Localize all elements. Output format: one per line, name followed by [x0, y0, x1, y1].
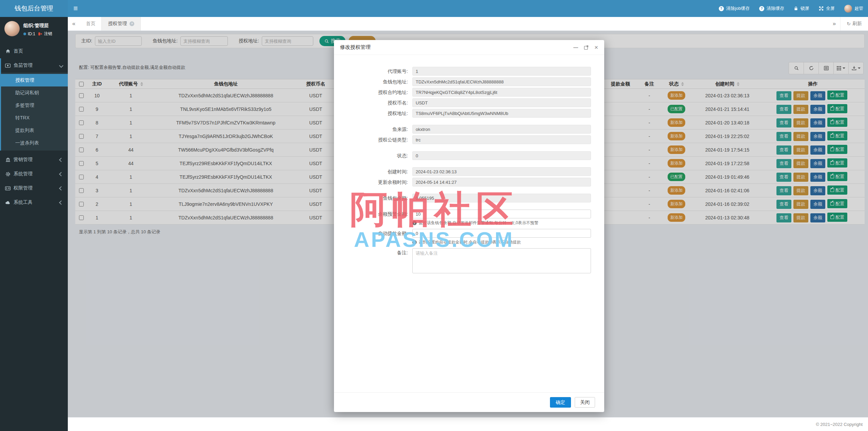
modal-footer: 确定 关闭: [334, 392, 604, 412]
field-label: 授权地址:: [334, 109, 412, 118]
info-icon: i: [412, 240, 417, 244]
fish-source-field: [412, 125, 591, 134]
user-id: ID:1: [28, 32, 35, 36]
remark-field[interactable]: [412, 248, 591, 273]
sidebar-tree-fish: 鱼苗管理 授权管理 助记词私钥 多签管理 转TRX 提款列表 一波杀列表: [0, 58, 68, 151]
auto-withdraw-amount-field[interactable]: [412, 229, 591, 238]
modal-field-row: 创建时间:: [334, 167, 604, 176]
question-circle-icon: ?: [759, 6, 764, 11]
sidebar-item-auth-management[interactable]: 授权管理: [1, 74, 68, 86]
top-navbar: 钱包后台管理 ≡ ? 清除job缓存 ? 清除缓存 锁屏 全屏: [0, 0, 868, 17]
field-label: 更新余额时间:: [334, 178, 412, 187]
status-field: [412, 151, 591, 160]
field-label: 鱼钱包余额:: [334, 194, 412, 202]
field-label: 创建时间:: [334, 167, 412, 176]
close-button[interactable]: 关闭: [575, 397, 595, 408]
user-menu[interactable]: 超管: [840, 0, 868, 17]
status-dot-icon: [23, 33, 26, 35]
field-label: 状态:: [334, 151, 412, 160]
fish-wallet-balance-field: [412, 194, 591, 202]
refresh-page-button[interactable]: ↻ 刷新: [840, 17, 868, 31]
field-label: 自动提款金额:: [334, 229, 412, 238]
agent-account-field: [412, 67, 591, 76]
maximize-icon[interactable]: [584, 45, 589, 50]
tab-home[interactable]: 首页: [80, 17, 101, 31]
money-icon: [5, 63, 11, 68]
field-label: 鱼钱包地址:: [334, 77, 412, 86]
chevron-down-icon: [59, 63, 63, 68]
user-org: 组织:管理层: [23, 23, 52, 29]
modal-field-row: 状态:: [334, 151, 604, 160]
fish-wallet-address-field: [412, 77, 591, 86]
sidebar-item-marketing[interactable]: 营销管理: [0, 153, 68, 167]
sidebar-submenu: 授权管理 助记词私钥 多签管理 转TRX 提款列表 一波杀列表: [1, 73, 68, 151]
balance-alert-amount-field[interactable]: [412, 210, 591, 218]
clear-job-cache-button[interactable]: ? 清除job缓存: [714, 0, 754, 17]
sidebar-item-withdraw-list[interactable]: 提款列表: [1, 124, 68, 137]
modal-field-row: 自动提款金额:: [334, 229, 604, 238]
user-name: 超管: [854, 5, 863, 12]
clear-cache-button[interactable]: ? 清除缓存: [754, 0, 789, 17]
modal-field-row: 余额预警金额:: [334, 210, 604, 218]
sidebar-item-system-tools[interactable]: 系统工具: [0, 195, 68, 210]
field-label: 授权公链类型:: [334, 135, 412, 144]
modal-field-row: 鱼来源:: [334, 125, 604, 134]
sidebar-item-onewave-list[interactable]: 一波杀列表: [1, 137, 68, 149]
field-label: 备注:: [334, 248, 412, 257]
field-label: 授权合约地址:: [334, 88, 412, 97]
home-icon: [5, 49, 11, 54]
close-icon[interactable]: ×: [594, 45, 598, 50]
sidebar-item-home[interactable]: 首页: [0, 44, 68, 58]
modal-field-row: 授权地址:: [334, 109, 604, 118]
logout-link[interactable]: 注销: [44, 31, 52, 37]
edit-auth-modal: 修改授权管理 — × 代理账号:鱼钱包地址:授权合约地址:授权币名:授权地址:鱼…: [334, 40, 604, 412]
lock-screen-button[interactable]: 锁屏: [789, 0, 814, 17]
sidebar-user-panel: 组织:管理层 ID:1 注销: [0, 17, 68, 40]
modal-field-row: 代理账号:: [334, 67, 604, 76]
hamburger-icon: ≡: [74, 4, 78, 13]
modal-field-row: 更新余额时间:: [334, 178, 604, 187]
confirm-button[interactable]: 确定: [550, 397, 571, 408]
field-label: 鱼来源:: [334, 125, 412, 134]
field-label: 代理账号:: [334, 67, 412, 76]
info-icon: i: [412, 221, 417, 225]
sidebar-item-fish-management[interactable]: 鱼苗管理: [1, 58, 68, 73]
tabs-scroll-right-button[interactable]: »: [828, 20, 840, 27]
copyright: © 2021~2022 Copyright: [816, 422, 863, 427]
tab-auth-management[interactable]: 授权管理 ×: [101, 17, 141, 31]
page-footer: © 2021~2022 Copyright: [68, 417, 868, 431]
minimize-icon[interactable]: —: [573, 45, 578, 50]
sidebar-item-multisig[interactable]: 多签管理: [1, 99, 68, 112]
sidebar-item-mnemonic-key[interactable]: 助记词私钥: [1, 86, 68, 99]
modal-field-row: 授权币名:: [334, 98, 604, 107]
bank-icon: [5, 157, 11, 162]
lock-icon: [794, 6, 798, 11]
avatar: [4, 21, 20, 36]
modal-field-row: 鱼钱包地址:: [334, 77, 604, 86]
created-time-field: [412, 167, 591, 176]
modal-form: 代理账号:鱼钱包地址:授权合约地址:授权币名:授权地址:鱼来源:授权公链类型:状…: [334, 67, 604, 274]
auth-address-field: [412, 109, 591, 118]
balance-update-time-field: [412, 178, 591, 187]
logout-icon: [38, 32, 42, 36]
modal-field-row: 授权合约地址:: [334, 88, 604, 97]
auth-chain-type-field: [412, 135, 591, 144]
fullscreen-button[interactable]: 全屏: [814, 0, 840, 17]
modal-field-row: 授权公链类型:: [334, 135, 604, 144]
sidebar-item-transfer-trx[interactable]: 转TRX: [1, 112, 68, 124]
modal-header: 修改授权管理 — ×: [334, 40, 604, 55]
chevron-left-icon: [59, 172, 63, 176]
field-note: i达到设置的自动提款金额时,会自动提款,0表示不自动提款: [412, 239, 604, 245]
tab-close-icon[interactable]: ×: [130, 21, 134, 26]
tabs-scroll-left-button[interactable]: «: [68, 20, 80, 27]
sidebar-toggle-button[interactable]: ≡: [68, 0, 83, 17]
chevron-left-icon: [59, 158, 63, 162]
gear-icon: [5, 172, 11, 177]
sidebar-item-permission-management[interactable]: 权限管理: [0, 181, 68, 195]
cloud-icon: [5, 200, 11, 204]
navbar-right: ? 清除job缓存 ? 清除缓存 锁屏 全屏 超管: [714, 0, 868, 17]
sidebar: 组织:管理层 ID:1 注销 首页 鱼苗管理: [0, 17, 68, 431]
id-card-icon: [5, 186, 11, 191]
sidebar-item-system-management[interactable]: 系统管理: [0, 167, 68, 181]
user-avatar: [844, 5, 852, 13]
